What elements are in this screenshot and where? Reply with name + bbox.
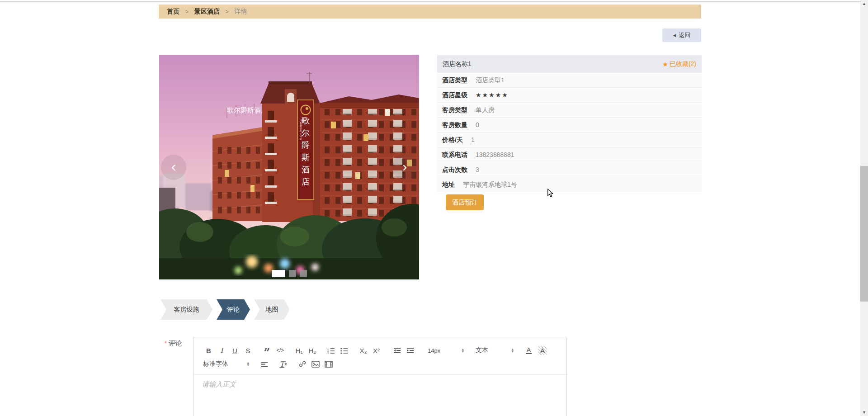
toolbar-row-2: 标准字体 ▴▾ Tx [194, 357, 566, 371]
row-label: 客房类型 [442, 106, 467, 113]
svg-text:GORGEOUS HOTEL: GORGEOUS HOTEL [299, 119, 302, 141]
breadcrumb-scenic-hotels[interactable]: 景区酒店 [194, 8, 220, 15]
carousel-indicator-3[interactable] [300, 270, 307, 277]
carousel-prev-button[interactable]: ‹ [161, 155, 186, 180]
row-label: 客房数量 [442, 121, 467, 128]
tab-comments[interactable]: 评论 [217, 299, 250, 320]
table-row: 酒店类型酒店类型1 [437, 73, 702, 88]
table-row: 点击次数3 [437, 162, 702, 177]
scrollbar-down-arrow[interactable]: ▼ [860, 410, 868, 415]
comment-label-text: 评论 [169, 339, 182, 347]
required-mark: * [165, 339, 167, 347]
svg-text:酒: 酒 [302, 165, 310, 174]
carousel-indicator-2[interactable] [289, 270, 296, 277]
row-label: 酒店类型 [442, 76, 467, 84]
svg-text:店: 店 [302, 177, 310, 186]
page-scrollbar[interactable]: ▲ ▼ [860, 0, 868, 416]
ordered-list-button[interactable]: 123 [325, 345, 337, 356]
superscript-button[interactable]: X² [370, 345, 382, 356]
favorite-label: 已收藏(2) [670, 60, 696, 68]
row-label: 地址 [442, 181, 455, 188]
indent-button[interactable] [404, 345, 416, 356]
svg-text:尔: 尔 [302, 128, 310, 137]
insert-image-button[interactable] [309, 358, 321, 370]
insert-link-button[interactable] [296, 358, 308, 370]
breadcrumb-current: 详情 [235, 8, 247, 15]
detail-tabs: 客房设施 评论 地图 [160, 299, 294, 320]
svg-text:3: 3 [327, 352, 329, 354]
editor-placeholder: 请输入正文 [202, 380, 236, 389]
text-style-dropdown[interactable]: 文本 ▴▾ [473, 345, 516, 356]
scrollbar-up-arrow[interactable]: ▲ [860, 1, 868, 6]
scrollbar-thumb[interactable] [860, 166, 868, 302]
code-button[interactable]: </> [274, 345, 286, 356]
unordered-list-icon [340, 347, 348, 354]
ordered-list-icon: 123 [327, 347, 335, 354]
table-row: 客房类型单人房 [437, 103, 702, 118]
table-row: 地址宇宙银河系地球1号 [437, 177, 702, 192]
heading2-button[interactable]: H₂ [306, 345, 318, 356]
image-icon [311, 361, 320, 368]
back-button-label: 返回 [679, 31, 690, 39]
table-row: 客房数量0 [437, 118, 702, 132]
row-value: 宇宙银河系地球1号 [463, 181, 517, 188]
background-color-button[interactable]: A [538, 346, 547, 355]
editor-toolbar: B I U S ” </> H₁ H₂ 123 [194, 337, 566, 375]
content-container: 首页 > 景区酒店 > 详情 ◀ 返回 [159, 0, 701, 416]
tab-room-facilities[interactable]: 客房设施 [160, 299, 212, 320]
hotel-image-carousel: 歌尔爵斯酒店 [159, 55, 419, 279]
italic-button[interactable]: I [216, 345, 228, 356]
row-label: 点击次数 [442, 166, 467, 173]
align-icon [261, 361, 268, 367]
favorite-button[interactable]: ★ 已收藏(2) [662, 60, 696, 68]
insert-video-button[interactable] [322, 358, 335, 370]
clear-format-button[interactable]: Tx [277, 358, 289, 370]
breadcrumb-separator: > [226, 9, 229, 15]
star-rating: ★★★★★ [476, 91, 509, 99]
text-style-value: 文本 [476, 346, 488, 355]
row-value: 13823888881 [476, 151, 514, 158]
font-size-dropdown[interactable]: 14px ▴▾ [425, 345, 467, 356]
row-value: 酒店类型1 [476, 76, 505, 84]
row-value: 1 [471, 136, 475, 143]
book-hotel-button[interactable]: 酒店预订 [446, 194, 484, 210]
carousel-next-button[interactable]: › [392, 155, 417, 180]
video-icon [325, 361, 333, 368]
indent-icon [406, 347, 414, 354]
heading1-button[interactable]: H₁ [293, 345, 305, 356]
toolbar-row-1: B I U S ” </> H₁ H₂ 123 [194, 344, 566, 357]
carousel-indicators [159, 270, 419, 277]
back-button[interactable]: ◀ 返回 [662, 28, 701, 42]
svg-text:歌: 歌 [302, 116, 310, 125]
align-button[interactable] [258, 358, 270, 370]
outdent-icon [393, 347, 401, 354]
blockquote-button[interactable]: ” [261, 345, 273, 356]
carousel-indicator-1[interactable] [272, 270, 285, 277]
dropdown-arrows-icon: ▴▾ [511, 348, 514, 353]
rooftop-sign-text: 歌尔爵斯酒店 [226, 106, 268, 114]
breadcrumb-separator: > [185, 9, 189, 15]
breadcrumb-home[interactable]: 首页 [167, 8, 179, 15]
comment-rich-text-editor: B I U S ” </> H₁ H₂ 123 [193, 337, 567, 416]
font-family-dropdown[interactable]: 标准字体 ▴▾ [202, 358, 250, 370]
tab-map[interactable]: 地图 [254, 299, 290, 320]
star-icon: ★ [662, 61, 668, 68]
bold-button[interactable]: B [203, 345, 215, 356]
font-family-value: 标准字体 [203, 360, 228, 368]
strikethrough-button[interactable]: S [242, 345, 254, 356]
editor-content-area[interactable]: 请输入正文 [194, 375, 566, 416]
hotel-vertical-sign: 歌 尔 爵 斯 酒 店 GORGEOUS HOTEL [297, 100, 314, 199]
table-row: 价格/天1 [437, 132, 702, 147]
row-label: 联系电话 [442, 151, 467, 158]
hotel-info-header: 酒店名称1 ★ 已收藏(2) [437, 55, 702, 73]
underline-button[interactable]: U [229, 345, 241, 356]
comment-field-label: *评论 [165, 339, 182, 348]
subscript-button[interactable]: X₂ [357, 345, 369, 356]
table-row: 联系电话13823888881 [437, 147, 702, 162]
svg-text:斯: 斯 [302, 153, 310, 162]
hotel-photo: 歌尔爵斯酒店 [159, 55, 419, 279]
font-color-button[interactable]: A [523, 345, 535, 356]
unordered-list-button[interactable] [338, 345, 350, 356]
hotel-info-panel: 酒店名称1 ★ 已收藏(2) 酒店类型酒店类型1 酒店星级★★★★★ 客房类型单… [437, 55, 702, 192]
outdent-button[interactable] [391, 345, 403, 356]
